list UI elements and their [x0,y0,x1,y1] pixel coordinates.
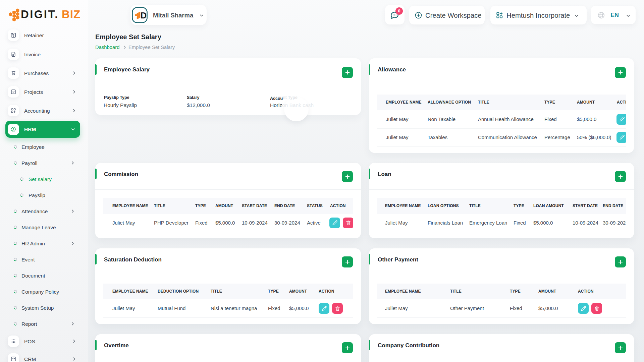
svg-text:D: D [141,11,147,20]
svg-text:DIGIT.: DIGIT. [21,8,59,20]
svg-text:BIZ: BIZ [62,8,80,20]
